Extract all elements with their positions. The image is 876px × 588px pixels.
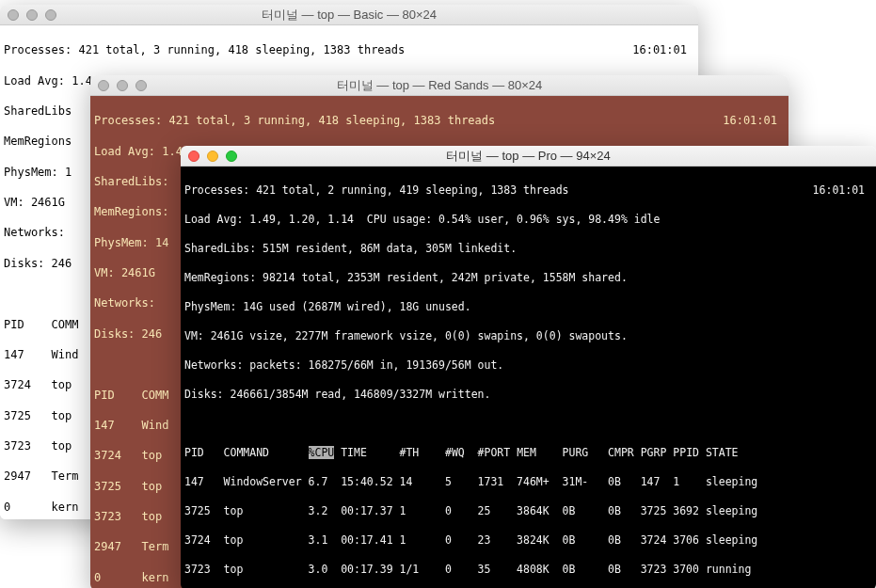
maximize-icon[interactable]	[135, 80, 147, 91]
close-icon[interactable]	[98, 80, 109, 91]
disks: Disks: 246661/3854M read, 146809/3327M w…	[184, 388, 872, 403]
minimize-icon[interactable]	[26, 9, 38, 21]
sharedlibs: SharedLibs: 515M resident, 86M data, 305…	[184, 242, 872, 257]
titlebar[interactable]: 터미널 — top — Basic — 80×24	[0, 5, 698, 25]
process-row: 3723 top 3.0 00:17.39 1/1 0 35 4808K 0B …	[184, 563, 872, 578]
minimize-icon[interactable]	[207, 151, 218, 162]
column-header: PID COMMAND %CPU TIME #TH #WQ #PORT MEM …	[184, 446, 872, 461]
process-summary: Processes: 421 total, 3 running, 418 sle…	[94, 113, 785, 128]
process-summary: Processes: 421 total, 3 running, 418 sle…	[4, 42, 694, 57]
maximize-icon[interactable]	[226, 151, 237, 162]
process-row: 3724 top 3.1 00:17.41 1 0 23 3824K 0B 0B…	[184, 533, 872, 548]
process-summary: Processes: 421 total, 2 running, 419 sle…	[184, 183, 872, 199]
vm: VM: 2461G vsize, 2277M framework vsize, …	[184, 329, 872, 344]
window-title: 터미널 — top — Pro — 94×24	[181, 148, 876, 165]
window-title: 터미널 — top — Basic — 80×24	[0, 7, 698, 24]
blank	[184, 417, 872, 432]
window-title: 터미널 — top — Red Sands — 80×24	[90, 77, 788, 94]
minimize-icon[interactable]	[117, 80, 128, 91]
titlebar[interactable]: 터미널 — top — Red Sands — 80×24	[90, 75, 788, 96]
close-icon[interactable]	[8, 9, 19, 21]
traffic-lights	[8, 9, 56, 21]
maximize-icon[interactable]	[45, 9, 56, 21]
titlebar[interactable]: 터미널 — top — Pro — 94×24	[181, 146, 876, 167]
traffic-lights	[188, 151, 237, 162]
terminal-content: Processes: 421 total, 2 running, 419 sle…	[181, 167, 876, 588]
clock: 16:01:01	[632, 42, 694, 57]
close-icon[interactable]	[188, 151, 199, 162]
load-avg: Load Avg: 1.49, 1.20, 1.14 CPU usage: 0.…	[184, 213, 872, 228]
terminal-window-pro[interactable]: 터미널 — top — Pro — 94×24 Processes: 421 t…	[181, 146, 876, 588]
process-row: 147 WindowServer 6.7 15:40.52 14 5 1731 …	[184, 475, 872, 490]
process-row: 3725 top 3.2 00:17.37 1 0 25 3864K 0B 0B…	[184, 504, 872, 519]
sort-column-highlight: %CPU	[309, 446, 335, 459]
clock: 16:01:01	[723, 113, 785, 128]
networks: Networks: packets: 168275/66M in, 191369…	[184, 358, 872, 373]
physmem: PhysMem: 14G used (2687M wired), 18G unu…	[184, 300, 872, 315]
memregions: MemRegions: 98214 total, 2353M resident,…	[184, 271, 872, 286]
clock: 16:01:01	[813, 183, 872, 199]
traffic-lights	[98, 80, 147, 91]
